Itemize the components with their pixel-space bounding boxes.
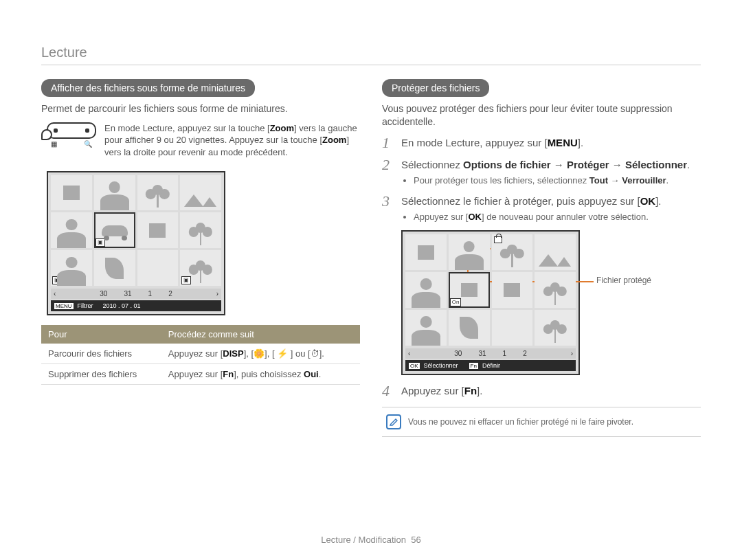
- right-column: Protéger des fichiers Vous pouvez protég…: [382, 79, 701, 437]
- lock-icon: [494, 236, 502, 243]
- step-3: 3 Sélectionnez le fichier à protéger, pu…: [382, 194, 701, 223]
- th-pour: Pour: [41, 325, 161, 344]
- page-title: Lecture: [41, 45, 701, 65]
- page-footer: Lecture / Modification 56: [0, 535, 742, 545]
- zoom-instruction: ▦🔍 En mode Lecture, appuyez sur la touch…: [47, 122, 360, 159]
- info-note: Vous ne pouvez ni effacer un fichier pro…: [382, 407, 701, 437]
- table-row: Parcourir des fichiers Appuyez sur [DISP…: [41, 344, 360, 364]
- left-column: Afficher des fichiers sous forme de mini…: [41, 79, 360, 437]
- step-4: 4 Appuyez sur [Fn].: [382, 383, 701, 399]
- nav-left-icon: ‹: [408, 350, 410, 357]
- protect-intro: Vous pouvez protéger des fichiers pour l…: [382, 102, 701, 128]
- table-row: Supprimer des fichiers Appuyez sur [Fn],…: [41, 364, 360, 385]
- thumbnail-preview: ▣ ▣ ▣ ‹ 30 31 1 2 ›: [47, 171, 225, 316]
- step-1: 1 En mode Lecture, appuyez sur [MENU].: [382, 135, 701, 150]
- nav-left-icon: ‹: [54, 290, 56, 298]
- protect-preview-wrap: Fichier protégé On: [401, 230, 635, 375]
- movie-icon: ▣: [181, 276, 191, 284]
- step-3-bullet: Appuyez sur [OK] de nouveau pour annuler…: [414, 211, 701, 223]
- section-pill-protect: Protéger des fichiers: [382, 79, 489, 97]
- nav-right-icon: ›: [216, 290, 218, 298]
- section-pill-thumbnails: Afficher des fichiers sous forme de mini…: [41, 79, 255, 97]
- menu-key-icon: MENU: [54, 303, 74, 309]
- grid-icon: ▦: [51, 140, 57, 148]
- step-2-bullet: Pour protéger tous les fichiers, sélecti…: [414, 175, 701, 187]
- step-2: 2 Sélectionnez Options de fichier → Prot…: [382, 157, 701, 187]
- nav-right-icon: ›: [571, 350, 573, 357]
- on-badge: On: [450, 298, 462, 306]
- zoom-text: En mode Lecture, appuyez sur la touche […: [104, 122, 360, 159]
- magnifier-icon: 🔍: [84, 140, 92, 148]
- callout-label: Fichier protégé: [596, 276, 651, 285]
- zoom-toggle-icon: ▦🔍: [47, 122, 96, 148]
- intro-text: Permet de parcourir les fichiers sous fo…: [41, 102, 360, 115]
- note-icon: [386, 414, 401, 429]
- ok-key-icon: OK: [409, 363, 420, 369]
- movie-icon: ▣: [52, 276, 62, 284]
- fn-key-icon: Fn: [469, 363, 478, 369]
- movie-icon: ▣: [95, 238, 105, 247]
- action-table: Pour Procédez comme suit Parcourir des f…: [41, 325, 360, 385]
- th-procedure: Procédez comme suit: [161, 325, 360, 344]
